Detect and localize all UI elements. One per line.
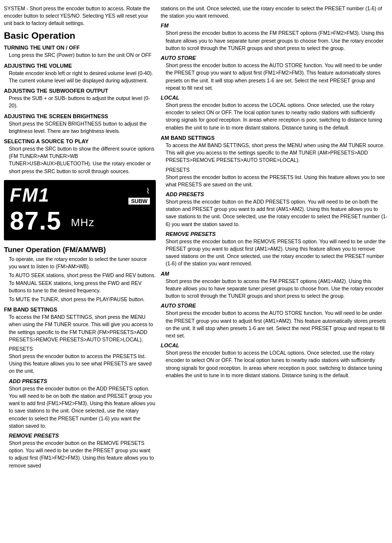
am-band-text: To access the AM BAND SETTINGS, short pr…	[166, 142, 388, 164]
intro-text: SYSTEM - Short press the encoder button …	[4, 5, 156, 27]
presets-text: Short press the encoder button to access…	[9, 353, 156, 375]
brightness-title: ADJUSTING THE SCREEN BRIGHTNESS	[4, 113, 156, 119]
source-title: SELECTING A SOURCE TO PLAY	[4, 138, 156, 144]
display-box: FM1 ⌇ SUBW 87.5 MHz	[4, 180, 156, 240]
fm-italic-title: FM	[161, 23, 388, 28]
am-remove-presets-title: REMOVE PRESETS	[166, 231, 388, 237]
am-add-presets-title: ADD PRESETS	[166, 191, 388, 197]
volume-title: ADJUSTING THE VOLUME	[4, 63, 156, 69]
tuner-title: Tuner Operation (FM/AM/WB)	[4, 245, 156, 254]
basic-operation-title: Basic Operation	[4, 30, 156, 42]
remove-presets-title: REMOVE PRESETS	[9, 433, 156, 439]
fm-band-title: FM BAND SETTINGS	[4, 307, 156, 312]
subwoofer-title: ADJUSTING THE SUBWOOFER OUTPUT	[4, 88, 156, 94]
source-text: Short press the SRC button to show the d…	[9, 145, 156, 175]
left-column: SYSTEM - Short press the encoder button …	[4, 5, 156, 470]
am-local-text: Short press the encoder button to access…	[166, 349, 388, 379]
am-presets-label: PRESETS	[166, 167, 388, 173]
auto-store-text: Short press the encoder button to access…	[166, 62, 388, 92]
fm-band-text: To access the FM BAND SETTINGS, short pr…	[9, 313, 156, 343]
am-italic-title: AM	[161, 271, 388, 277]
am-remove-presets-text: Short press the encoder button on the RE…	[166, 238, 388, 268]
tuner-intro2: To AUTO SEEK stations, short press the F…	[9, 272, 156, 294]
subw-badge: SUBW	[128, 198, 150, 205]
antenna-icon: ⌇	[146, 186, 150, 196]
subwoofer-text: Press the SUB + or SUB- buttons to adjus…	[9, 95, 156, 109]
continuation-text: stations on the unit. Once selected, use…	[161, 5, 388, 20]
right-column: stations on the unit. Once selected, use…	[161, 5, 388, 470]
freq-unit: MHz	[71, 216, 95, 229]
display-frequency: 87.5 MHz	[10, 208, 150, 233]
freq-value: 87.5	[10, 207, 61, 235]
tuner-intro3: To MUTE the TUNER, short press the PLAY/…	[9, 296, 156, 303]
add-presets-title: ADD PRESETS	[9, 378, 156, 384]
am-local-title: LOCAL	[161, 342, 388, 348]
am-auto-store-title: AUTO STORE	[161, 303, 388, 309]
display-top-row: FM1 ⌇ SUBW	[10, 185, 150, 206]
am-text: Short press the encoder button to access…	[166, 278, 388, 300]
am-auto-store-text: Short press the encoder button to access…	[166, 310, 388, 339]
presets-label: PRESETS	[9, 346, 156, 352]
fm-text: Short press the encoder button to access…	[166, 29, 388, 52]
am-presets-text: Short press the encoder button to access…	[166, 174, 388, 188]
auto-store-title: AUTO STORE	[161, 55, 388, 61]
add-presets-text: Short press the encoder button on the AD…	[9, 385, 156, 430]
display-source: FM1	[10, 185, 50, 206]
remove-presets-text: Short press the encoder button on the RE…	[9, 440, 156, 469]
turning-text: Long press the SRC (Power) button to tur…	[9, 52, 156, 59]
turning-title: TURNING THE UNIT ON / OFF	[4, 45, 156, 51]
local-title: LOCAL	[161, 95, 388, 101]
brightness-text: Short press the SCREEN BRIGHTNESS button…	[9, 120, 156, 135]
am-add-presets-text: Short press the encoder button on the AD…	[166, 198, 388, 228]
display-right: ⌇ SUBW	[128, 186, 150, 205]
am-band-title: AM BAND SETTINGS	[161, 135, 388, 141]
tuner-intro1: To operate, use the rotary encoder to se…	[9, 256, 156, 270]
local-text: Short press the encoder button to access…	[166, 102, 388, 131]
volume-text: Rotate encoder knob left or right to des…	[9, 70, 156, 84]
page: SYSTEM - Short press the encoder button …	[0, 0, 392, 475]
